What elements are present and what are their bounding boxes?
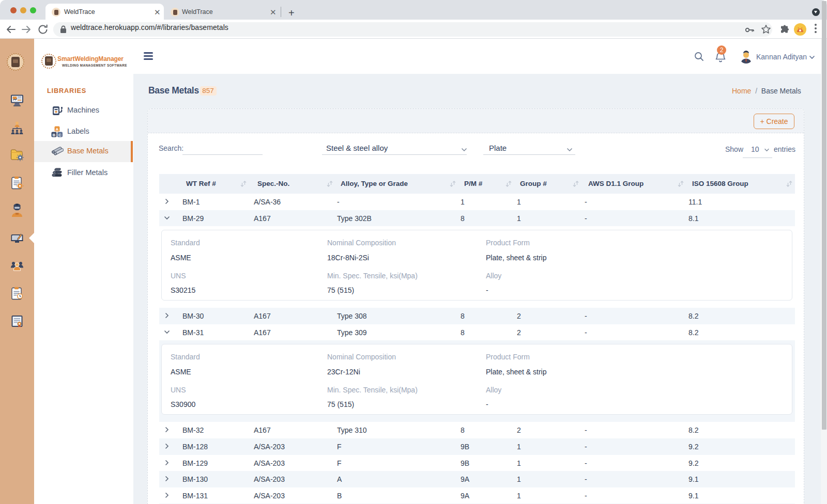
svg-text:A: A	[56, 127, 59, 131]
svg-text:B: B	[53, 132, 56, 137]
svg-text:C: C	[58, 132, 62, 137]
